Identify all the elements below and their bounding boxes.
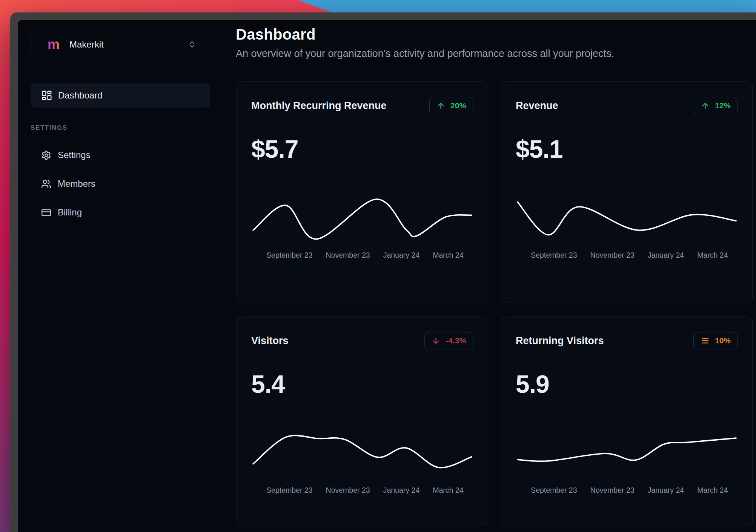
page-title: Dashboard	[236, 26, 751, 43]
trend-value: 12%	[715, 101, 731, 110]
x-axis-label: January 24	[383, 486, 419, 495]
menu-lines-icon	[701, 336, 710, 345]
workspace-selector[interactable]: m Makerkit	[31, 33, 210, 56]
x-axis-labels: September 23 November 23 January 24 Marc…	[251, 486, 473, 495]
gear-icon	[41, 150, 51, 160]
card-returning-visitors: Returning Visitors 10% 5.9 September 23 …	[501, 317, 753, 526]
trend-value: -4.3%	[446, 336, 466, 345]
x-axis-label: September 23	[531, 486, 577, 495]
line-chart	[251, 192, 473, 245]
metric-value: 5.4	[251, 370, 473, 398]
sidebar-item-settings[interactable]: Settings	[31, 145, 210, 166]
sidebar-item-label: Dashboard	[58, 90, 102, 101]
arrow-down-icon	[432, 337, 440, 345]
trend-badge: -4.3%	[424, 332, 473, 349]
sidebar-item-billing[interactable]: Billing	[31, 202, 210, 223]
sidebar-item-members[interactable]: Members	[31, 173, 210, 194]
x-axis-label: January 24	[648, 486, 684, 495]
card-title: Revenue	[516, 100, 558, 112]
trend-badge: 10%	[693, 332, 738, 349]
metric-value: 5.9	[516, 370, 738, 398]
line-chart	[516, 427, 738, 480]
metrics-grid: Monthly Recurring Revenue 20% $5.7 Septe…	[223, 69, 756, 526]
brand-name: Makerkit	[69, 39, 188, 50]
macos-window: m Makerkit Dashboard SETTINGS	[10, 12, 756, 532]
sidebar-item-dashboard[interactable]: Dashboard	[31, 83, 210, 108]
credit-card-icon	[41, 208, 51, 218]
app-root: m Makerkit Dashboard SETTINGS	[18, 20, 756, 532]
trend-value: 10%	[715, 336, 731, 345]
x-axis-label: January 24	[648, 251, 684, 260]
card-visitors: Visitors -4.3% 5.4 September 23 November…	[237, 317, 488, 526]
x-axis-labels: September 23 November 23 January 24 Marc…	[251, 251, 473, 260]
card-revenue: Revenue 12% $5.1 September 23 November 2…	[501, 81, 753, 303]
metric-value: $5.1	[516, 135, 738, 163]
trend-badge: 12%	[694, 97, 738, 114]
page-subtitle: An overview of your organization's activ…	[236, 48, 751, 60]
arrow-up-icon	[436, 101, 445, 110]
sidebar-item-label: Settings	[58, 150, 91, 160]
chevrons-up-down-icon	[188, 40, 196, 49]
layout-dashboard-icon	[41, 90, 52, 101]
sidebar-item-label: Members	[58, 178, 95, 189]
page-header: Dashboard An overview of your organizati…	[223, 20, 756, 69]
x-axis-label: November 23	[326, 251, 370, 260]
main-content: Dashboard An overview of your organizati…	[223, 20, 756, 532]
sidebar-item-label: Billing	[58, 207, 82, 218]
card-title: Monthly Recurring Revenue	[251, 100, 387, 112]
x-axis-label: March 24	[433, 251, 463, 260]
trend-value: 20%	[450, 101, 466, 110]
x-axis-label: January 24	[383, 251, 419, 260]
x-axis-label: March 24	[697, 251, 728, 260]
x-axis-label: March 24	[697, 486, 728, 495]
card-title: Visitors	[251, 335, 289, 347]
sidebar-nav: Dashboard	[31, 83, 210, 108]
x-axis-label: March 24	[433, 486, 463, 495]
sidebar: m Makerkit Dashboard SETTINGS	[18, 20, 223, 532]
x-axis-labels: September 23 November 23 January 24 Marc…	[516, 251, 738, 260]
x-axis-label: September 23	[266, 486, 313, 495]
x-axis-label: November 23	[590, 251, 635, 260]
arrow-up-icon	[701, 101, 710, 110]
brand-logo: m	[48, 38, 60, 51]
settings-nav: Settings Members Billing	[31, 145, 210, 223]
settings-section-label: SETTINGS	[31, 124, 210, 132]
card-monthly-recurring-revenue: Monthly Recurring Revenue 20% $5.7 Septe…	[237, 81, 488, 303]
x-axis-label: September 23	[531, 251, 577, 260]
users-icon	[41, 179, 51, 189]
metric-value: $5.7	[251, 135, 473, 163]
line-chart	[516, 192, 738, 245]
x-axis-labels: September 23 November 23 January 24 Marc…	[516, 486, 738, 495]
x-axis-label: November 23	[326, 486, 370, 495]
line-chart	[251, 427, 473, 480]
x-axis-label: November 23	[590, 486, 635, 495]
card-title: Returning Visitors	[516, 335, 604, 347]
trend-badge: 20%	[429, 97, 473, 114]
x-axis-label: September 23	[266, 251, 313, 260]
